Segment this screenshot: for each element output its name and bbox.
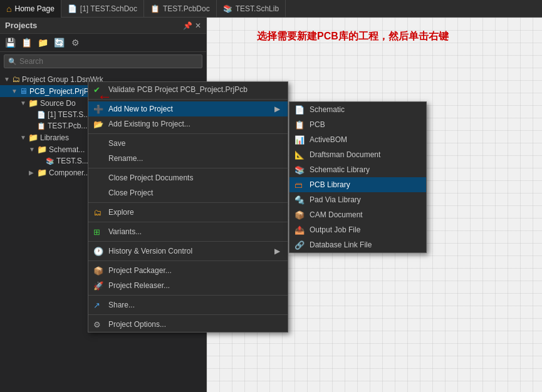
menu-sep-3 [88, 168, 288, 168]
sub-output-icon: 📤 [294, 225, 305, 235]
pcbdoc-icon: 📋 [150, 4, 160, 13]
expand-icon: ▼ [20, 100, 26, 106]
pin-icon[interactable]: 📌 [183, 21, 192, 30]
tab-schdoc[interactable]: 📄 [1] TEST.SchDoc [61, 0, 144, 18]
history-arrow-icon: ▶ [262, 247, 280, 255]
variants-icon: ⊞ [93, 227, 100, 237]
history-icon: 🕐 [93, 247, 103, 256]
menu-close-project[interactable]: Close Project [88, 185, 288, 200]
sidebar-controls: 📌 ✕ [183, 21, 201, 30]
menu-sep-9 [88, 314, 288, 315]
submenu-arrow: ▶ [262, 105, 280, 113]
menu-sep-1 [88, 99, 288, 100]
menu-packager[interactable]: 📦 Project Packager... [88, 263, 288, 278]
tab-schlib[interactable]: 📚 TEST.SchLib [217, 0, 286, 18]
menu-validate[interactable]: ✔ Validate PCB Project PCB_Project.PrjPc… [88, 82, 288, 97]
sub-cam-icon: 📦 [294, 210, 305, 220]
expand-icon: ▼ [20, 134, 26, 141]
menu-add-new[interactable]: ➕ Add New to Project ▶ 📄 Schematic 📋 PCB… [88, 101, 288, 116]
menu-save[interactable]: Save [88, 136, 288, 151]
sub-sch-icon: 📄 [294, 105, 305, 115]
menu-rename[interactable]: Rename... [88, 151, 288, 166]
search-input[interactable] [19, 57, 198, 66]
submenu-draftsman[interactable]: 📐 Draftsman Document [289, 147, 426, 162]
tab-bar: ⌂ Home Page 📄 [1] TEST.SchDoc 📋 TEST.Pcb… [0, 0, 542, 18]
refresh-toolbar-btn[interactable]: 🔄 [53, 36, 65, 49]
sub-schlib-icon: 📚 [294, 165, 305, 175]
packager-icon: 📦 [93, 266, 103, 276]
components-folder-icon: 📁 [37, 168, 47, 177]
test-schlib-icon: 📚 [46, 157, 55, 165]
menu-sep-5 [88, 222, 288, 222]
sub-db-icon: 🔗 [294, 240, 305, 250]
group-icon: 🗂 [12, 75, 20, 84]
menu-sep-8 [88, 295, 288, 296]
pcb-file-icon: 📋 [37, 122, 46, 130]
expand-icon: ▼ [29, 146, 35, 153]
menu-close-docs[interactable]: Close Project Documents [88, 170, 288, 185]
expand-icon: ▼ [4, 76, 10, 83]
submenu-output-job[interactable]: 📤 Output Job File [289, 222, 426, 237]
menu-add-existing[interactable]: 📂 Add Existing to Project... [88, 116, 288, 132]
folder-toolbar-btn[interactable]: 📁 [36, 36, 49, 49]
tab-pcbdoc[interactable]: 📋 TEST.PcbDoc [144, 0, 217, 18]
annotation-text: 选择需要新建PCB库的工程，然后单击右键 [257, 30, 449, 43]
sch-file-icon: 📄 [37, 111, 46, 119]
sidebar-header: Projects 📌 ✕ [0, 18, 206, 34]
settings-toolbar-btn[interactable]: ⚙ [69, 36, 81, 49]
submenu-schematic[interactable]: 📄 Schematic [289, 102, 426, 117]
submenu-sch-library[interactable]: 📚 Schematic Library [289, 162, 426, 177]
add-existing-icon: 📂 [93, 120, 103, 129]
submenu-pad-via[interactable]: 🔩 Pad Via Library [289, 192, 426, 207]
menu-project-options[interactable]: ⚙ Project Options... [88, 317, 288, 332]
libs-folder-icon: 📁 [28, 133, 38, 142]
menu-sep-2 [88, 133, 288, 134]
share-icon: ↗ [93, 301, 100, 310]
tab-homepage[interactable]: ⌂ Home Page [0, 0, 61, 18]
menu-releaser[interactable]: 🚀 Project Releaser... [88, 278, 288, 293]
sub-pcblib-icon: 🗃 [294, 180, 303, 190]
add-new-icon: ➕ [93, 105, 103, 114]
search-box[interactable]: 🔍 [4, 54, 202, 68]
submenu-pcb[interactable]: 📋 PCB [289, 117, 426, 132]
sub-draft-icon: 📐 [294, 150, 305, 160]
sidebar-toolbar: 💾 📋 📁 🔄 ⚙ [0, 34, 206, 52]
submenu-cam[interactable]: 📦 CAM Document [289, 207, 426, 222]
close-icon[interactable]: ✕ [195, 21, 201, 30]
sub-pad-icon: 🔩 [294, 195, 305, 205]
explore-icon: 🗂 [93, 208, 102, 217]
sidebar-title: Projects [5, 21, 37, 30]
menu-history[interactable]: 🕐 History & Version Control ▶ [88, 244, 288, 259]
submenu-pcb-library[interactable]: 🗃 PCB Library [289, 177, 426, 192]
menu-sep-6 [88, 241, 288, 242]
submenu-database-link[interactable]: 🔗 Database Link File [289, 237, 426, 252]
project-icon: 🖥 [19, 86, 28, 96]
sub-pcb-icon: 📋 [294, 120, 305, 130]
menu-explore[interactable]: 🗂 Explore [88, 205, 288, 220]
menu-sep-4 [88, 202, 288, 203]
submenu-activebom[interactable]: 📊 ActiveBOM [289, 132, 426, 147]
folder-icon: 📁 [28, 98, 38, 108]
menu-variants[interactable]: ⊞ Variants... [88, 224, 288, 239]
schdoc-icon: 📄 [68, 4, 77, 13]
options-icon: ⚙ [93, 320, 101, 329]
expand-icon: ▶ [29, 169, 35, 176]
expand-icon: ▼ [11, 88, 18, 95]
releaser-icon: 🚀 [93, 281, 103, 291]
menu-share[interactable]: ↗ Share... [88, 297, 288, 312]
schlib-folder-icon: 📁 [37, 145, 47, 154]
search-icon: 🔍 [8, 58, 17, 66]
schlib-icon: 📚 [223, 4, 232, 13]
submenu-add-new: 📄 Schematic 📋 PCB 📊 ActiveBOM 📐 Draftsma… [289, 101, 427, 253]
sub-bom-icon: 📊 [294, 135, 305, 145]
save-toolbar-btn[interactable]: 💾 [4, 36, 16, 49]
context-menu: ✔ Validate PCB Project PCB_Project.PrjPc… [88, 81, 288, 333]
menu-sep-7 [88, 260, 288, 261]
copy-toolbar-btn[interactable]: 📋 [20, 36, 33, 49]
red-arrow: ← [97, 88, 112, 105]
home-icon: ⌂ [6, 4, 11, 14]
